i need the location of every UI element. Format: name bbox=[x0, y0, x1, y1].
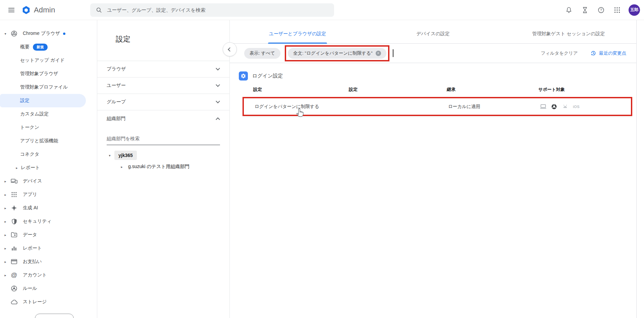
clear-filters-button[interactable]: フィルタをクリア bbox=[541, 50, 578, 56]
sidebar-item-custom-settings[interactable]: カスタム設定 bbox=[0, 107, 97, 121]
sidebar-item-label: データ bbox=[23, 232, 37, 238]
policy-row[interactable]: ログインをパターンに制限する ローカルに適用 iOS bbox=[243, 97, 632, 116]
sidebar-item-devices[interactable]: デバイス bbox=[0, 174, 97, 188]
expand-arrow-icon[interactable] bbox=[3, 193, 8, 197]
org-unit-search[interactable] bbox=[107, 136, 220, 145]
section-label: グループ bbox=[107, 99, 126, 105]
sidebar-bottom-box[interactable] bbox=[35, 314, 74, 318]
sidebar-item-label: アプリと拡張機能 bbox=[20, 138, 58, 144]
hamburger-menu-button[interactable] bbox=[5, 3, 18, 17]
sidebar-item-billing[interactable]: お支払い bbox=[0, 255, 97, 268]
laptop-icon bbox=[540, 103, 547, 110]
tree-expand-icon[interactable] bbox=[119, 165, 124, 169]
panel-collapse-button[interactable] bbox=[223, 42, 237, 56]
sidebar-item-label: お支払い bbox=[23, 259, 42, 265]
section-groups[interactable]: グループ bbox=[97, 94, 229, 110]
sidebar-item-setup-guide[interactable]: セットアップ ガイド bbox=[0, 54, 97, 67]
notifications-button[interactable] bbox=[562, 3, 576, 17]
settings-gear-icon bbox=[239, 71, 248, 81]
tree-node-label[interactable]: g.suzuki のテスト用組織部門 bbox=[128, 164, 190, 170]
expand-arrow-icon[interactable] bbox=[3, 233, 8, 237]
policy-table: 設定 設定 継承 サポート対象 ログインをパターンに制限する ローカルに適用 i… bbox=[243, 87, 632, 117]
sidebar-item-data[interactable]: データ bbox=[0, 228, 97, 242]
sidebar-item-chrome-reports[interactable]: レポート bbox=[0, 161, 97, 174]
brand-name: Admin bbox=[34, 6, 55, 14]
expand-arrow-icon[interactable] bbox=[3, 179, 8, 183]
sidebar-item-label: レポート bbox=[21, 165, 40, 171]
expand-arrow-icon[interactable] bbox=[3, 220, 8, 223]
sidebar-item-managed-browsers[interactable]: 管理対象ブラウザ bbox=[0, 67, 97, 81]
chrome-icon bbox=[10, 30, 18, 38]
tab-user-browser-settings[interactable]: ユーザーとブラウザの設定 bbox=[230, 24, 365, 43]
expand-arrow-icon[interactable] bbox=[3, 273, 8, 277]
credit-card-icon bbox=[10, 258, 18, 266]
sidebar-item-apps-extensions[interactable]: アプリと拡張機能 bbox=[0, 134, 97, 148]
expand-arrow-icon[interactable] bbox=[3, 32, 8, 36]
policy-section-title: ログイン設定 bbox=[252, 73, 283, 79]
sidebar-item-label: 管理対象ブラウザ bbox=[20, 71, 58, 77]
devices-icon bbox=[10, 177, 18, 185]
sidebar-item-connectors[interactable]: コネクタ bbox=[0, 148, 97, 161]
org-unit-search-input[interactable] bbox=[107, 136, 220, 141]
pending-tasks-button[interactable] bbox=[578, 3, 592, 17]
avatar[interactable]: 五郎 bbox=[629, 4, 640, 16]
bell-icon bbox=[565, 6, 573, 14]
column-header: サポート対象 bbox=[538, 87, 632, 93]
tab-label: ユーザーとブラウザの設定 bbox=[269, 31, 326, 37]
supported-platforms: iOS bbox=[540, 103, 631, 110]
sidebar-item-reports[interactable]: レポート bbox=[0, 242, 97, 255]
expand-arrow-icon[interactable] bbox=[3, 260, 8, 264]
sidebar-item-label: アカウント bbox=[23, 272, 47, 278]
global-search[interactable] bbox=[90, 3, 334, 17]
sidebar-item-settings[interactable]: 設定 bbox=[0, 94, 86, 107]
sidebar-item-label: セットアップ ガイド bbox=[20, 57, 65, 63]
expand-arrow-icon[interactable] bbox=[3, 247, 8, 250]
settings-tabs: ユーザーとブラウザの設定 デバイスの設定 管理対象ゲスト セッションの設定 bbox=[230, 20, 636, 44]
policy-name[interactable]: ログインをパターンに制限する bbox=[255, 104, 350, 110]
tab-managed-guest-session-settings[interactable]: 管理対象ゲスト セッションの設定 bbox=[501, 24, 636, 43]
help-button[interactable]: ? bbox=[594, 3, 608, 17]
tree-node-label[interactable]: yjk365 bbox=[114, 151, 137, 160]
sidebar-item-apps[interactable]: アプリ bbox=[0, 188, 97, 201]
sidebar-item-security[interactable]: セキュリティ bbox=[0, 215, 97, 228]
policy-section-header[interactable]: ログイン設定 bbox=[239, 71, 636, 81]
tab-device-settings[interactable]: デバイスの設定 bbox=[365, 24, 501, 43]
notification-dot bbox=[63, 33, 65, 35]
tree-node-root[interactable]: yjk365 bbox=[107, 151, 229, 160]
filter-chip-fulltext[interactable]: 全文: "ログインをパターンに制限する" bbox=[288, 48, 386, 59]
sidebar-item-generative-ai[interactable]: 生成 AI bbox=[0, 201, 97, 215]
apps-grid-button[interactable] bbox=[610, 3, 624, 17]
tab-label: デバイスの設定 bbox=[416, 31, 450, 37]
column-header: 継承 bbox=[447, 87, 538, 93]
chip-close-icon[interactable] bbox=[376, 51, 381, 56]
chevron-left-icon bbox=[228, 47, 232, 52]
expand-arrow-icon[interactable] bbox=[14, 166, 19, 170]
sidebar-item-chrome-browser[interactable]: Chrome ブラウザ bbox=[0, 27, 97, 40]
filter-chip-view-all[interactable]: 表示: すべて bbox=[244, 48, 280, 59]
google-admin-logo-icon bbox=[21, 5, 31, 15]
section-browser[interactable]: ブラウザ bbox=[97, 61, 229, 77]
sidebar-item-rules[interactable]: ルール bbox=[0, 282, 97, 295]
expand-arrow-icon[interactable] bbox=[3, 206, 8, 210]
chevron-down-icon bbox=[216, 99, 220, 103]
brand[interactable]: Admin bbox=[21, 5, 55, 15]
sidebar-item-account[interactable]: アカウント bbox=[0, 268, 97, 282]
sidebar-item-storage[interactable]: ストレージ bbox=[0, 295, 97, 309]
section-users[interactable]: ユーザー bbox=[97, 77, 229, 94]
tab-label: 管理対象ゲスト セッションの設定 bbox=[532, 31, 605, 37]
chrome-platform-icon bbox=[551, 103, 557, 110]
sidebar-item-label: 概要 bbox=[20, 44, 30, 50]
apps-icon bbox=[10, 191, 18, 199]
sidebar-item-managed-profiles[interactable]: 管理対象プロファイル bbox=[0, 81, 97, 94]
tree-node-child[interactable]: g.suzuki のテスト用組織部門 bbox=[107, 164, 229, 170]
text-caret bbox=[393, 49, 393, 57]
section-org-units[interactable]: 組織部門 bbox=[97, 110, 229, 127]
sidebar-item-overview[interactable]: 概要 新規 bbox=[0, 40, 97, 54]
new-badge: 新規 bbox=[33, 44, 48, 51]
filter-bar: 表示: すべて 全文: "ログインをパターンに制限する" フィルタをクリア 最近… bbox=[230, 44, 636, 63]
recent-changes-button[interactable]: 最近の変更点 bbox=[590, 50, 626, 56]
chip-label: 表示: すべて bbox=[250, 50, 275, 56]
global-search-input[interactable] bbox=[107, 7, 329, 13]
tree-expand-icon[interactable] bbox=[107, 154, 112, 157]
sidebar-item-tokens[interactable]: トークン bbox=[0, 121, 97, 134]
